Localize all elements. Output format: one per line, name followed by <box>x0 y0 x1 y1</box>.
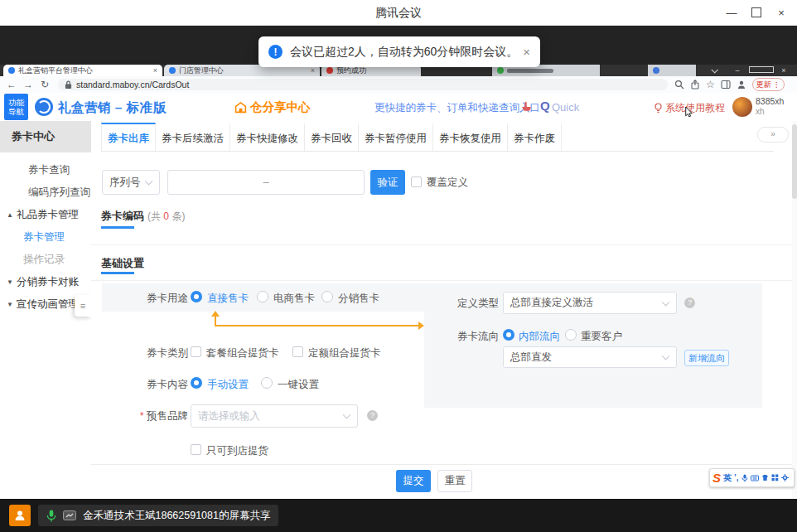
toolbar-actions: ☆ 更新 ⋮ <box>674 78 785 91</box>
tab-card-suspend[interactable]: 券卡暂停使用 <box>359 123 433 151</box>
section-divider <box>91 244 797 245</box>
profile-icon[interactable] <box>737 80 746 89</box>
category-checkbox-fixed[interactable] <box>292 346 303 357</box>
browser-close-button[interactable]: × <box>772 66 795 75</box>
maximize-button[interactable] <box>744 0 769 25</box>
reset-button[interactable]: 重置 <box>437 470 472 492</box>
tab-card-quick-edit[interactable]: 券卡快捷修改 <box>230 123 305 151</box>
ime-mic-icon[interactable] <box>741 474 748 482</box>
tab-card-outbound[interactable]: 券卡出库 <box>101 123 156 151</box>
expand-tabs-button[interactable]: » <box>757 127 789 143</box>
sidebar-item-card-query[interactable]: 券卡查询 <box>0 159 91 181</box>
zoom-icon[interactable] <box>674 80 684 89</box>
sharer-avatar <box>9 505 31 526</box>
quick-search-icon[interactable]: Q <box>540 99 550 113</box>
content-option-onekey[interactable]: 一键设置 <box>278 378 319 392</box>
browser-maximize-button[interactable] <box>749 66 772 75</box>
browser-tab-active[interactable]: 礼盒营销平台管理中心 × <box>3 65 162 76</box>
ime-language-toggle[interactable]: 英 <box>723 472 732 484</box>
connector-arrowhead-right <box>418 322 424 330</box>
sidebar-item-distribution-reconciliation[interactable]: ▼分销券卡对账 <box>0 271 91 293</box>
split-view-icon[interactable] <box>721 80 731 89</box>
chrome-update-badge[interactable]: 更新 ⋮ <box>752 78 785 91</box>
flow-select[interactable]: 总部直发 <box>503 346 677 368</box>
define-type-select[interactable]: 总部直接定义激活 <box>503 292 677 314</box>
tab-favicon <box>8 67 15 74</box>
flow-radio-vip[interactable] <box>565 329 577 341</box>
tab-card-recycle[interactable]: 券卡回收 <box>305 123 359 151</box>
tab-search-icon[interactable] <box>703 66 726 75</box>
flow-option-vip[interactable]: 重要客户 <box>581 330 622 344</box>
content-label: 券卡内容 <box>137 378 188 392</box>
tab-card-resume[interactable]: 券卡恢复使用 <box>433 123 508 151</box>
serial-range-input[interactable]: – <box>167 170 365 195</box>
override-label[interactable]: 覆盖定义 <box>427 170 468 195</box>
sidebar-item-code-sequence-query[interactable]: 编码序列查询 <box>0 181 91 204</box>
scrollbar-thumb[interactable] <box>792 124 797 199</box>
content-radio-onekey[interactable] <box>261 377 273 389</box>
lock-icon <box>65 80 72 89</box>
usage-radio-distribution[interactable] <box>321 291 333 302</box>
share-center-label: 仓分享中心 <box>250 99 311 115</box>
minimize-button[interactable]: — <box>719 0 744 25</box>
override-checkbox[interactable] <box>411 177 422 187</box>
user-avatar[interactable] <box>732 97 752 117</box>
sidebar-collapse-handle[interactable]: ≡ <box>75 295 91 317</box>
tab-card-void[interactable]: 券卡作废 <box>508 123 562 151</box>
browser-tab-partial[interactable] <box>648 65 696 76</box>
share-center-link[interactable]: 仓分享中心 <box>234 99 311 115</box>
required-mark: * <box>140 410 144 422</box>
usage-option-direct[interactable]: 直接售卡 <box>207 292 249 306</box>
quick-search-label[interactable]: Quick <box>552 101 579 114</box>
toast-close-icon[interactable]: × <box>523 45 530 59</box>
close-button[interactable]: × <box>769 0 794 25</box>
share-icon[interactable] <box>690 80 700 89</box>
category-option-set[interactable]: 套餐组合提货卡 <box>206 346 279 360</box>
tab-card-reactivate[interactable]: 券卡后续激活 <box>156 123 230 151</box>
category-option-fixed[interactable]: 定额组合提货卡 <box>308 346 381 360</box>
ime-punctuation-icon[interactable]: ’, <box>734 473 739 482</box>
tab-close-icon[interactable]: × <box>311 66 315 75</box>
ime-skin-icon[interactable] <box>761 474 769 481</box>
ime-grid-icon[interactable] <box>771 474 779 481</box>
back-icon[interactable]: ← <box>3 79 20 90</box>
add-flow-button[interactable]: 新增流向 <box>684 350 729 366</box>
usage-option-ecommerce[interactable]: 电商售卡 <box>273 292 315 306</box>
usage-radio-ecommerce[interactable] <box>257 291 268 302</box>
sidebar-item-operation-log[interactable]: 操作记录 <box>0 249 91 271</box>
verify-button[interactable]: 验证 <box>370 170 405 195</box>
reload-icon[interactable]: ↻ <box>36 79 53 90</box>
meeting-titlebar: 腾讯会议 — × <box>0 0 797 26</box>
bookmark-star-icon[interactable]: ☆ <box>706 79 715 90</box>
scrollbar[interactable] <box>792 121 797 499</box>
ime-keyboard-icon[interactable] <box>751 475 759 481</box>
content-radio-manual[interactable] <box>191 377 202 389</box>
flow-option-internal[interactable]: 内部流向 <box>519 330 560 344</box>
serial-type-select[interactable]: 序列号 <box>102 170 160 195</box>
pickup-label[interactable]: 只可到店提货 <box>206 444 268 458</box>
quick-entry-link[interactable]: 更快捷的券卡、订单和快递查询入口 <box>374 101 540 115</box>
sidebar-item-gift-card-management[interactable]: ▲礼品券卡管理 <box>0 204 91 226</box>
define-help-icon[interactable]: ? <box>684 297 695 308</box>
category-checkbox-set[interactable] <box>191 346 201 357</box>
define-type-value: 总部直接定义激活 <box>504 293 676 313</box>
lightbulb-icon <box>654 103 663 114</box>
connector-line-horizontal <box>215 325 419 326</box>
flow-radio-internal[interactable] <box>503 329 514 341</box>
content-option-manual[interactable]: 手动设置 <box>207 378 249 392</box>
tab-close-icon[interactable]: × <box>153 66 157 75</box>
sidebar-item-card-management-active[interactable]: 券卡管理 <box>0 226 91 249</box>
brand-help-icon[interactable]: ? <box>367 410 378 421</box>
submit-button[interactable]: 提交 <box>396 470 431 492</box>
pickup-checkbox[interactable] <box>191 444 201 455</box>
ime-toolbar[interactable]: S 英 ’, <box>709 468 795 487</box>
usage-radio-direct[interactable] <box>191 291 202 302</box>
forward-icon[interactable]: → <box>20 79 36 90</box>
ime-toolbox-icon[interactable] <box>781 474 789 481</box>
usage-option-distribution[interactable]: 分销售卡 <box>338 292 379 306</box>
browser-minimize-button[interactable]: – <box>726 66 749 75</box>
address-bar[interactable]: standard.maboy.cn/CardsOut <box>58 79 668 90</box>
brand-placeholder: 请选择或输入 <box>191 405 357 427</box>
function-nav-button[interactable]: 功能 导航 <box>4 94 28 120</box>
brand-select[interactable]: 请选择或输入 <box>191 404 358 428</box>
